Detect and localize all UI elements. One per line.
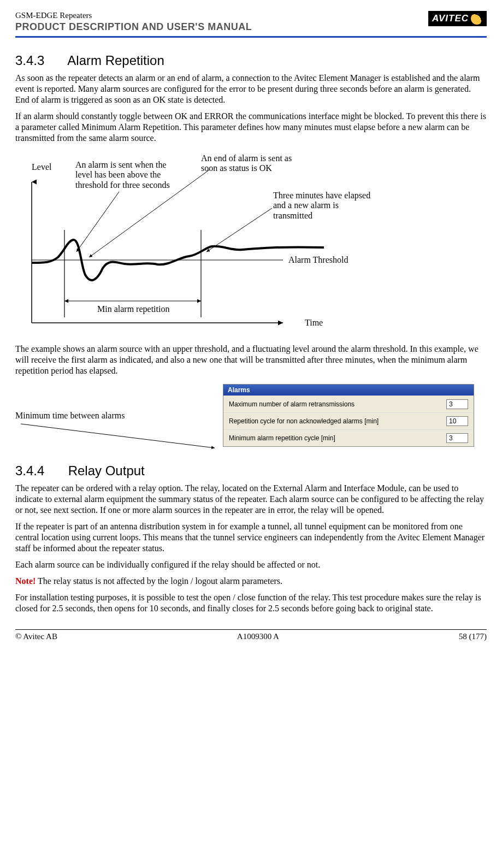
section-number: 3.4.4 xyxy=(15,463,64,479)
note-label: Note! xyxy=(15,576,36,586)
paragraph: If the repeater is part of an antenna di… xyxy=(15,521,487,554)
diagram-minrep-label: Min alarm repetition xyxy=(97,304,169,314)
footer-left: © Avitec AB xyxy=(15,632,57,641)
logo-sun-icon xyxy=(471,13,483,25)
paragraph: As soon as the repeater detects an alarm… xyxy=(15,73,487,105)
header-divider xyxy=(15,36,487,38)
diagram-annot-alarm-sent: An alarm is sent when the level has been… xyxy=(75,160,174,190)
alarm-left-label-block: Minimum time between alarms xyxy=(15,411,179,421)
diagram-annot-three-min: Three minutes have elapsed and a new ala… xyxy=(273,191,371,221)
paragraph: The example shows an alarm source with a… xyxy=(15,344,487,376)
doc-title-small: GSM-EDGE Repeaters xyxy=(15,11,428,20)
footer-center: A1009300 A xyxy=(237,632,279,641)
alarm-field-row: Minimum alarm repetition cycle [min] 3 xyxy=(223,429,474,446)
footer-divider xyxy=(15,629,487,630)
alarm-field-row: Maximum number of alarm retransmissions … xyxy=(223,395,474,412)
diagram-annot-end-alarm: An end of alarm is sent as soon as statu… xyxy=(201,153,310,174)
paragraph: The repeater can be ordered with a relay… xyxy=(15,483,487,516)
diagram-level-label: Level xyxy=(32,162,52,172)
svg-line-9 xyxy=(21,424,215,448)
pointer-arrow-icon xyxy=(15,420,217,452)
svg-line-6 xyxy=(76,192,119,252)
diagram-time-label: Time xyxy=(305,318,323,327)
paragraph: If an alarm should constantly toggle bet… xyxy=(15,111,487,144)
header-left: GSM-EDGE Repeaters PRODUCT DESCRIPTION A… xyxy=(15,11,428,33)
min-time-label: Minimum time between alarms xyxy=(15,411,125,420)
note-paragraph: Note! The relay status is not affected b… xyxy=(15,576,487,587)
alarm-field-label: Minimum alarm repetition cycle [min] xyxy=(229,434,335,442)
alarm-rep-cycle-nonack-input[interactable]: 10 xyxy=(446,416,468,426)
note-text: The relay status is not affected by the … xyxy=(36,576,282,586)
alarm-field-row: Repetition cycle for non acknowledged al… xyxy=(223,412,474,429)
section-heading-alarm-repetition: 3.4.3 Alarm Repetition xyxy=(15,53,487,68)
alarm-field-label: Repetition cycle for non acknowledged al… xyxy=(229,417,379,425)
doc-subtitle: PRODUCT DESCRIPTION AND USER'S MANUAL xyxy=(15,21,428,33)
alarm-min-rep-cycle-input[interactable]: 3 xyxy=(446,433,468,443)
footer-right: 58 (177) xyxy=(459,632,487,641)
diagram-svg: Level Time Alarm Threshold Min alarm rep… xyxy=(15,153,365,334)
alarm-field-label: Maximum number of alarm retransmissions xyxy=(229,400,355,408)
section-title: Relay Output xyxy=(68,463,145,478)
alarm-repetition-diagram: Level Time Alarm Threshold Min alarm rep… xyxy=(15,153,487,336)
page-header: GSM-EDGE Repeaters PRODUCT DESCRIPTION A… xyxy=(15,11,487,33)
diagram-threshold-label: Alarm Threshold xyxy=(288,255,348,264)
avitec-logo: AVITEC xyxy=(428,11,487,26)
paragraph: For installation testing purposes, it is… xyxy=(15,592,487,614)
alarm-settings-row: Minimum time between alarms Alarms Maxim… xyxy=(15,384,487,447)
page-footer: © Avitec AB A1009300 A 58 (177) xyxy=(15,632,487,641)
alarm-max-retrans-input[interactable]: 3 xyxy=(446,399,468,409)
logo-text: AVITEC xyxy=(432,13,469,24)
alarms-panel-title: Alarms xyxy=(223,385,474,395)
section-heading-relay-output: 3.4.4 Relay Output xyxy=(15,463,487,479)
section-title: Alarm Repetition xyxy=(67,53,164,68)
section-number: 3.4.3 xyxy=(15,53,64,68)
svg-line-8 xyxy=(206,208,272,252)
alarms-panel: Alarms Maximum number of alarm retransmi… xyxy=(223,384,474,447)
paragraph: Each alarm source can be individually co… xyxy=(15,559,487,570)
